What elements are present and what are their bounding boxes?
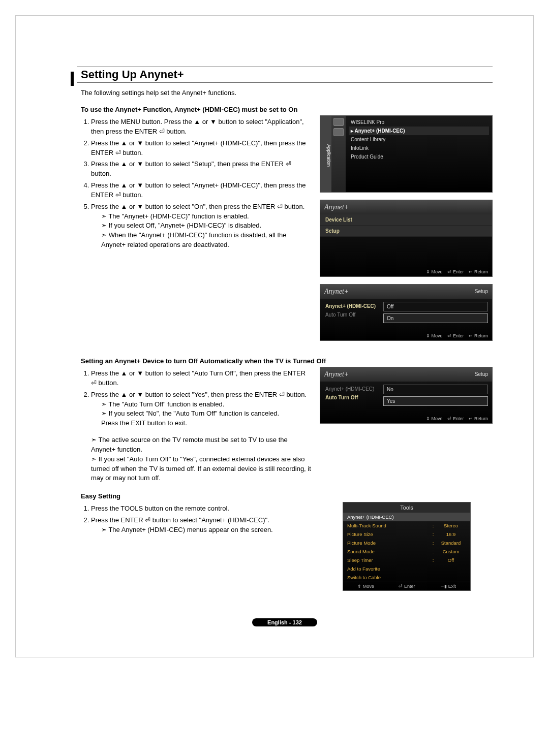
section-2-screens: Anynet+ Setup Anynet+ (HDMI-CEC) Auto Tu… [320, 367, 493, 483]
osd-footer: ⇕ Move ⏎ Enter ↩ Return [426, 416, 488, 421]
osd-side-icons [331, 116, 346, 192]
osd-item[interactable]: WISELINK Pro [349, 118, 489, 127]
hint-return: ↩ Return [469, 333, 488, 338]
osd-option[interactable]: Off [383, 302, 488, 311]
hint-enter: ⏎ Enter [447, 333, 464, 338]
hint-return: ↩ Return [469, 416, 488, 421]
osd-row[interactable]: Device List [320, 214, 492, 226]
osd-tools-row[interactable]: Sleep Timer:Off [343, 556, 470, 564]
osd-option-selected[interactable]: On [383, 313, 488, 323]
page-number-pill: English - 132 [252, 618, 317, 626]
section-3-screens: Tools Anynet+ (HDMI-CEC) Multi-Track Sou… [320, 502, 493, 598]
note: If you select "No", the "Auto Turn Off" … [101, 409, 312, 419]
manual-page: Setting Up Anynet+ The following setting… [15, 15, 534, 657]
section-1-text: Press the MENU button. Press the ▲ or ▼ … [77, 115, 312, 348]
section-2-text: Press the ▲ or ▼ button to select "Auto … [77, 367, 312, 483]
note: The "Anynet+ (HDMI-CEC)" function is ena… [101, 212, 312, 222]
steps-3: Press the TOOLS button on the remote con… [91, 504, 312, 535]
osd-brand: Anynet+ Setup [320, 285, 492, 299]
osd-tools-row-selected[interactable]: Anynet+ (HDMI-CEC) [343, 513, 470, 521]
osd-tools-row[interactable]: Picture Mode:Standard [343, 539, 470, 547]
note: The active source on the TV remote must … [91, 435, 312, 455]
subhead-hdmi-cec: To use the Anynet+ Function, Anynet+ (HD… [81, 106, 493, 113]
osd-footer: ⇕ Move ⏎ Enter ↩ Return [426, 269, 488, 274]
note: The "Auto Turn Off" function is enabled. [101, 400, 312, 410]
osd-setup-title: Setup [475, 371, 488, 377]
osd-setup-noyes: Anynet+ Setup Anynet+ (HDMI-CEC) Auto Tu… [320, 367, 493, 424]
section-1-screens: Application WISELINK Pro ▸ Anynet+ (HDMI… [320, 115, 493, 348]
hint-exit: →▮ Exit [440, 584, 456, 589]
osd-setup-title: Setup [475, 289, 488, 294]
osd-tools-row[interactable]: Sound Mode:Custom [343, 547, 470, 556]
osd-tools-row[interactable]: Multi-Track Sound:Stereo [343, 521, 470, 530]
subhead-auto-off: Setting an Anynet+ Device to turn Off Au… [81, 357, 493, 365]
page-title: Setting Up Anynet+ [77, 67, 493, 83]
osd-item[interactable]: Content Library [349, 135, 489, 144]
osd-label: Auto Turn Off [324, 310, 380, 319]
step: Press the ▲ or ▼ button to select "Auto … [91, 369, 312, 388]
hint-move: ⇕ Move [426, 269, 443, 274]
step: Press the ENTER ⏎ button to select "Anyn… [91, 516, 312, 535]
osd-option-selected[interactable]: Yes [383, 396, 488, 406]
section-3: Press the TOOLS button on the remote con… [77, 502, 493, 598]
menu-icon [333, 128, 344, 136]
section-2: Press the ▲ or ▼ button to select "Auto … [77, 367, 493, 483]
section-3-text: Press the TOOLS button on the remote con… [77, 502, 312, 598]
hint-enter: ⏎ Enter [447, 416, 464, 421]
hint-return: ↩ Return [469, 269, 488, 274]
note: When the "Anynet+ (HDMI-CEC)" function i… [101, 231, 312, 250]
intro-text: The following settings help set the Anyn… [81, 89, 493, 97]
exit-line: Press the EXIT button to exit. [101, 419, 312, 428]
osd-tools-title: Tools [343, 502, 470, 513]
step: Press the TOOLS button on the remote con… [91, 504, 312, 514]
hint-move: ⇕ Move [357, 584, 374, 589]
osd-tools-row[interactable]: Switch to Cable [343, 573, 470, 582]
osd-application-menu: Application WISELINK Pro ▸ Anynet+ (HDMI… [320, 115, 493, 193]
step: Press the ▲ or ▼ button to select "Yes",… [91, 390, 312, 428]
step: Press the ▲ or ▼ button to select "Anyne… [91, 181, 312, 200]
osd-footer: ⇕ Move ⏎ Enter →▮ Exit [343, 582, 470, 590]
osd-tools-row[interactable]: Add to Favorite [343, 564, 470, 573]
osd-item[interactable]: InfoLink [349, 144, 489, 152]
osd-item-selected[interactable]: ▸ Anynet+ (HDMI-CEC) [349, 127, 489, 135]
step: Press the MENU button. Press the ▲ or ▼ … [91, 117, 312, 137]
osd-app-list: WISELINK Pro ▸ Anynet+ (HDMI-CEC) Conten… [346, 116, 492, 192]
hint-enter: ⏎ Enter [399, 584, 415, 589]
osd-label: Anynet+ (HDMI-CEC) [324, 385, 380, 393]
osd-tools-body: Anynet+ (HDMI-CEC) Multi-Track Sound:Ste… [343, 513, 470, 582]
osd-item[interactable]: Product Guide [349, 152, 489, 161]
menu-icon [333, 118, 344, 126]
step: Press the ▲ or ▼ button to select "On", … [91, 202, 312, 250]
osd-anynet-menu: Anynet+ Device List Setup ⇕ Move ⏎ Enter… [320, 200, 493, 277]
note: If you set "Auto Turn Off" to "Yes", con… [91, 455, 312, 484]
subhead-easy-setting: Easy Setting [81, 492, 493, 500]
osd-brand: Anynet+ [320, 200, 492, 214]
osd-row[interactable]: Setup [320, 226, 492, 237]
steps-1: Press the MENU button. Press the ▲ or ▼ … [91, 117, 312, 250]
osd-brand: Anynet+ Setup [320, 367, 492, 382]
step: Press the ▲ or ▼ button to select "Anyne… [91, 139, 312, 158]
steps-2: Press the ▲ or ▼ button to select "Auto … [91, 369, 312, 428]
section-1: Press the MENU button. Press the ▲ or ▼ … [77, 115, 493, 348]
osd-label: Anynet+ (HDMI-CEC) [324, 302, 380, 310]
osd-tools-row[interactable]: Picture Size:16:9 [343, 530, 470, 539]
osd-option[interactable]: No [383, 385, 488, 394]
hint-move: ⇕ Move [426, 333, 443, 338]
page-footer: English - 132 [77, 618, 493, 626]
step: Press the ▲ or ▼ button to select "Setup… [91, 160, 312, 179]
heading-rule [71, 72, 74, 86]
hint-enter: ⏎ Enter [447, 269, 464, 274]
osd-footer: ⇕ Move ⏎ Enter ↩ Return [426, 333, 488, 338]
note: If you select Off, "Anynet+ (HDMI-CEC)" … [101, 221, 312, 231]
osd-side-label: Application [320, 116, 331, 192]
osd-label: Auto Turn Off [324, 393, 380, 402]
osd-setup-onoff: Anynet+ Setup Anynet+ (HDMI-CEC) Auto Tu… [320, 284, 493, 341]
hint-move: ⇕ Move [426, 416, 443, 421]
osd-tools-menu: Tools Anynet+ (HDMI-CEC) Multi-Track Sou… [343, 502, 471, 591]
note: The Anynet+ (HDMI-CEC) menus appear on t… [101, 525, 312, 535]
